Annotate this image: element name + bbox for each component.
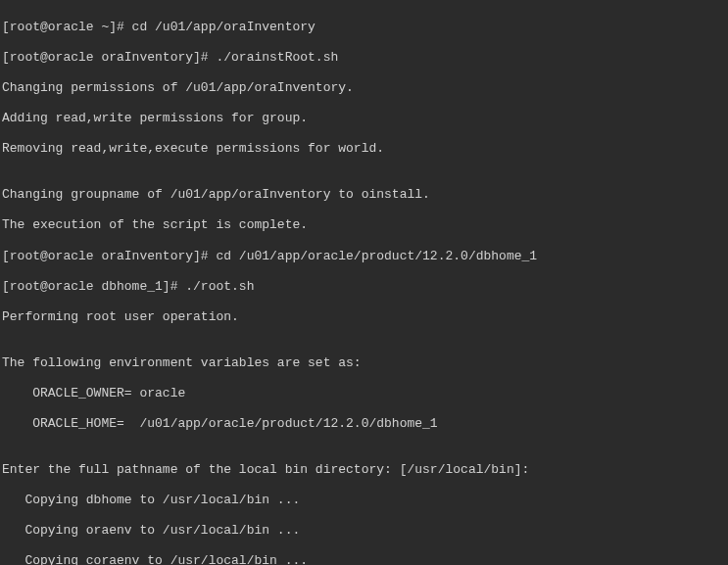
terminal-line: Removing read,write,execute permissions … (2, 141, 726, 157)
terminal-line: [root@oracle oraInventory]# cd /u01/app/… (2, 249, 726, 264)
terminal-output[interactable]: [root@oracle ~]# cd /u01/app/oraInventor… (2, 4, 726, 565)
terminal-line: [root@oracle dbhome_1]# ./root.sh (2, 279, 726, 295)
terminal-line: Copying oraenv to /usr/local/bin ... (2, 523, 726, 539)
terminal-line: Changing groupname of /u01/app/oraInvent… (2, 187, 726, 203)
terminal-line: The execution of the script is complete. (2, 217, 726, 233)
terminal-line: Changing permissions of /u01/app/oraInve… (2, 80, 726, 96)
terminal-line: Copying dbhome to /usr/local/bin ... (2, 493, 726, 508)
terminal-line: ORACLE_OWNER= oracle (2, 386, 726, 401)
terminal-line: The following environment variables are … (2, 355, 726, 371)
terminal-line: [root@oracle oraInventory]# ./orainstRoo… (2, 50, 726, 66)
terminal-line: Copying coraenv to /usr/local/bin ... (2, 553, 726, 565)
terminal-line: Enter the full pathname of the local bin… (2, 462, 726, 478)
terminal-line: Adding read,write permissions for group. (2, 111, 726, 126)
terminal-line: ORACLE_HOME= /u01/app/oracle/product/12.… (2, 416, 726, 432)
terminal-line: [root@oracle ~]# cd /u01/app/oraInventor… (2, 20, 726, 35)
terminal-line: Performing root user operation. (2, 309, 726, 325)
